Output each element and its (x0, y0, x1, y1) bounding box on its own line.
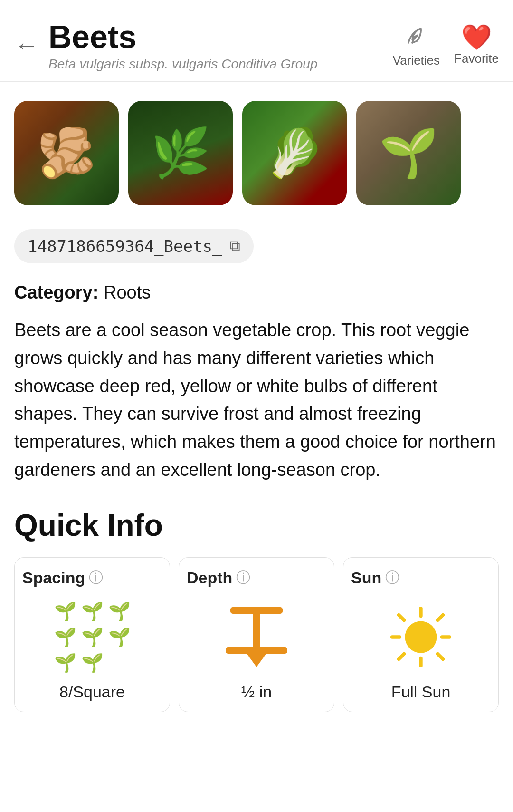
spacing-grid: 🌱 🌱 🌱 🌱 🌱 🌱 🌱 🌱 (49, 596, 135, 678)
quick-info-title: Quick Info (14, 508, 499, 543)
depth-visual (187, 596, 326, 678)
copy-icon[interactable]: ⧉ (229, 237, 240, 255)
svg-line-7 (399, 654, 404, 659)
favorite-label: Favorite (454, 51, 499, 66)
back-button[interactable]: ← (14, 33, 39, 58)
page-title: Beets (48, 19, 393, 55)
varieties-label: Varieties (393, 53, 440, 68)
main-content: Category: Roots Beets are a cool season … (0, 273, 513, 722)
gallery-item-4[interactable]: 🌱 (356, 101, 461, 205)
spacing-title: Spacing (22, 569, 85, 587)
heart-icon: ❤️ (461, 25, 492, 49)
svg-line-5 (437, 654, 443, 659)
beet-icon-2: 🌱 (81, 601, 104, 622)
category-label: Category: (14, 282, 98, 302)
depth-title: Depth (187, 569, 232, 587)
spacing-value: 8/Square (59, 683, 125, 701)
category-line: Category: Roots (14, 282, 499, 303)
depth-value: ½ in (241, 683, 272, 701)
beet-icon-6: 🌱 (108, 627, 131, 648)
spacing-visual: 🌱 🌱 🌱 🌱 🌱 🌱 🌱 🌱 (22, 596, 162, 678)
depth-stem (253, 614, 260, 647)
depth-info-icon[interactable]: ⓘ (236, 568, 250, 588)
svg-line-4 (399, 615, 404, 620)
depth-card-header: Depth ⓘ (187, 568, 250, 588)
sun-title: Sun (351, 569, 381, 587)
description-text: Beets are a cool season vegetable crop. … (14, 316, 499, 484)
beet-icon-4: 🌱 (54, 627, 76, 648)
sun-value: Full Sun (391, 683, 451, 701)
beet-icon-7: 🌱 (54, 652, 76, 673)
header-title-block: Beets Beta vulgaris subsp. vulgaris Cond… (48, 19, 393, 72)
back-icon: ← (14, 33, 39, 58)
gallery-item-2[interactable]: 🌿 (128, 101, 233, 205)
svg-line-6 (437, 615, 443, 620)
sun-info-icon[interactable]: ⓘ (385, 568, 399, 588)
depth-arrow (246, 653, 267, 667)
spacing-card-header: Spacing ⓘ (22, 568, 103, 588)
varieties-button[interactable]: Varieties (393, 23, 440, 68)
category-value: Roots (104, 282, 151, 302)
id-chip: 1487186659364_Beets_ ⧉ (14, 229, 254, 263)
sun-circle (405, 621, 437, 653)
beet-icon-5: 🌱 (81, 627, 104, 648)
sun-card: Sun ⓘ (343, 557, 499, 712)
beet-icon-8: 🌱 (81, 652, 104, 673)
page-subtitle: Beta vulgaris subsp. vulgaris Conditiva … (48, 57, 393, 72)
gallery-item-3[interactable]: 🥬 (242, 101, 347, 205)
spacing-card: Spacing ⓘ 🌱 🌱 🌱 🌱 🌱 🌱 🌱 🌱 8/Square (14, 557, 170, 712)
depth-top-bar (230, 607, 283, 614)
sun-visual-container (351, 596, 491, 678)
id-chip-text: 1487186659364_Beets_ (28, 237, 222, 256)
beet-icon-3: 🌱 (108, 601, 131, 622)
sun-svg (390, 604, 452, 670)
header: ← Beets Beta vulgaris subsp. vulgaris Co… (0, 0, 513, 82)
depth-card: Depth ⓘ ½ in (179, 557, 334, 712)
header-actions: Varieties ❤️ Favorite (393, 23, 499, 68)
favorite-button[interactable]: ❤️ Favorite (454, 25, 499, 66)
gallery-item-1[interactable]: 🫚 (14, 101, 119, 205)
sun-card-header: Sun ⓘ (351, 568, 399, 588)
sun-diagram (390, 606, 452, 668)
depth-diagram (226, 607, 287, 667)
id-chip-container: 1487186659364_Beets_ ⧉ (0, 215, 513, 273)
image-gallery: 🫚 🌿 🥬 🌱 (0, 82, 513, 215)
leaf-icon (404, 23, 428, 51)
quick-info-cards: Spacing ⓘ 🌱 🌱 🌱 🌱 🌱 🌱 🌱 🌱 8/Square (14, 557, 499, 712)
beet-icon-1: 🌱 (54, 601, 76, 622)
spacing-info-icon[interactable]: ⓘ (89, 568, 103, 588)
